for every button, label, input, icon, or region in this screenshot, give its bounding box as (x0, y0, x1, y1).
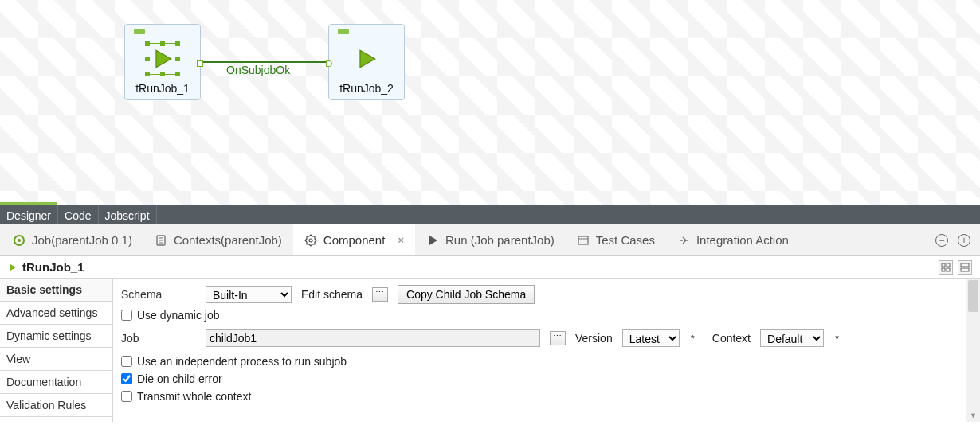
edit-schema-link[interactable]: Edit schema (301, 288, 363, 301)
editor-mode-tabs: Designer Code Jobscript (0, 205, 980, 224)
schema-label: Schema (121, 288, 196, 301)
use-independent-process-checkbox[interactable] (121, 356, 132, 367)
svg-rect-14 (947, 263, 950, 267)
contexts-icon (155, 234, 167, 247)
node-mini-indicator (134, 29, 145, 34)
tab-label: Integration Action (696, 233, 789, 247)
out-port[interactable] (197, 60, 203, 67)
component-title: tRunJob_1 (22, 260, 84, 274)
tab-label: Run (Job parentJob) (445, 233, 555, 247)
svg-rect-17 (961, 263, 969, 267)
layout-rows-button[interactable] (958, 260, 972, 275)
node-trunjob-2[interactable]: tRunJob_2 (328, 24, 405, 100)
side-advanced-settings[interactable]: Advanced settings (0, 302, 112, 325)
tab-testcases[interactable]: Test Cases (566, 224, 666, 255)
svg-marker-9 (429, 236, 437, 245)
selection-handles[interactable] (147, 43, 178, 75)
side-dynamic-settings[interactable]: Dynamic settings (0, 325, 112, 348)
layout-grid-button[interactable] (939, 260, 953, 275)
node-trunjob-1[interactable]: tRunJob_1 (124, 24, 201, 100)
tab-label: Contexts(parentJob) (174, 233, 282, 247)
svg-rect-18 (961, 268, 969, 271)
tab-component[interactable]: Component × (293, 224, 415, 255)
play-icon (354, 46, 379, 72)
node-mini-indicator (338, 29, 349, 34)
job-label: Job (121, 332, 196, 345)
integration-icon (677, 234, 690, 247)
side-view[interactable]: View (0, 348, 112, 371)
job-icon (13, 234, 25, 247)
component-icon (304, 234, 317, 247)
side-validation-rules[interactable]: Validation Rules (0, 394, 112, 417)
use-dynamic-job-checkbox[interactable] (121, 310, 132, 321)
node-label: tRunJob_2 (339, 82, 394, 95)
version-label: Version (575, 332, 613, 345)
close-icon[interactable]: × (398, 234, 404, 246)
use-dynamic-job-label: Use dynamic job (137, 309, 220, 322)
vertical-scrollbar[interactable]: ▲ ▼ (966, 279, 980, 422)
tab-run[interactable]: Run (Job parentJob) (415, 224, 566, 255)
tab-designer[interactable]: Designer (0, 205, 58, 224)
edit-schema-dots-button[interactable]: ⋯ (372, 287, 388, 302)
tab-jobscript[interactable]: Jobscript (99, 205, 157, 224)
copy-child-job-schema-button[interactable]: Copy Child Job Schema (398, 285, 535, 304)
svg-marker-12 (10, 264, 16, 271)
component-body: Basic settings Advanced settings Dynamic… (0, 279, 980, 422)
required-asterisk: * (835, 333, 839, 345)
schema-select[interactable]: Built-In (206, 286, 292, 303)
tab-label: Test Cases (596, 233, 655, 247)
context-select[interactable]: Default (760, 329, 824, 347)
job-field[interactable] (206, 329, 540, 347)
tab-integration-action[interactable]: Integration Action (666, 224, 800, 255)
scroll-thumb[interactable] (968, 280, 978, 312)
tab-job[interactable]: Job(parentJob 0.1) (2, 224, 143, 255)
minimize-view-button[interactable]: − (935, 234, 948, 247)
required-asterisk: * (691, 333, 695, 345)
use-independent-process-label: Use an independent process to run subjob (137, 355, 347, 368)
svg-rect-13 (942, 263, 945, 267)
testcases-icon (577, 234, 590, 247)
die-on-child-error-label: Die on child error (137, 372, 222, 385)
design-canvas[interactable]: OnSubjobOk tRunJob_1 tRunJob_2 (0, 0, 980, 205)
svg-marker-1 (360, 50, 375, 67)
tab-label: Component (323, 233, 386, 247)
die-on-child-error-checkbox[interactable] (121, 373, 132, 384)
tab-label: Job(parentJob 0.1) (32, 233, 132, 247)
component-form: Schema Built-In Edit schema ⋯ Copy Child… (113, 279, 980, 422)
subjob-link[interactable] (201, 61, 331, 63)
play-icon (8, 263, 18, 272)
job-browse-button[interactable]: ⋯ (550, 331, 566, 345)
tab-contexts[interactable]: Contexts(parentJob) (143, 224, 293, 255)
context-label: Context (712, 332, 751, 345)
in-port[interactable] (326, 60, 332, 67)
svg-point-3 (18, 239, 21, 242)
view-tabs: Job(parentJob 0.1) Contexts(parentJob) C… (0, 224, 980, 256)
run-icon (426, 234, 439, 247)
svg-rect-16 (947, 268, 950, 271)
side-basic-settings[interactable]: Basic settings (0, 279, 112, 302)
svg-point-8 (309, 239, 312, 242)
subjob-link-label: OnSubjobOk (226, 64, 290, 76)
node-label: tRunJob_1 (135, 82, 190, 95)
svg-rect-15 (942, 268, 945, 271)
transmit-whole-context-checkbox[interactable] (121, 391, 132, 402)
tab-code[interactable]: Code (58, 205, 98, 224)
svg-rect-10 (578, 236, 588, 244)
component-header: tRunJob_1 (0, 256, 980, 279)
transmit-whole-context-label: Transmit whole context (137, 390, 251, 403)
side-documentation[interactable]: Documentation (0, 371, 112, 394)
component-side-tabs: Basic settings Advanced settings Dynamic… (0, 279, 113, 422)
version-select[interactable]: Latest (622, 329, 680, 347)
scroll-down-arrow[interactable]: ▼ (966, 409, 980, 422)
maximize-view-button[interactable]: + (958, 234, 970, 247)
